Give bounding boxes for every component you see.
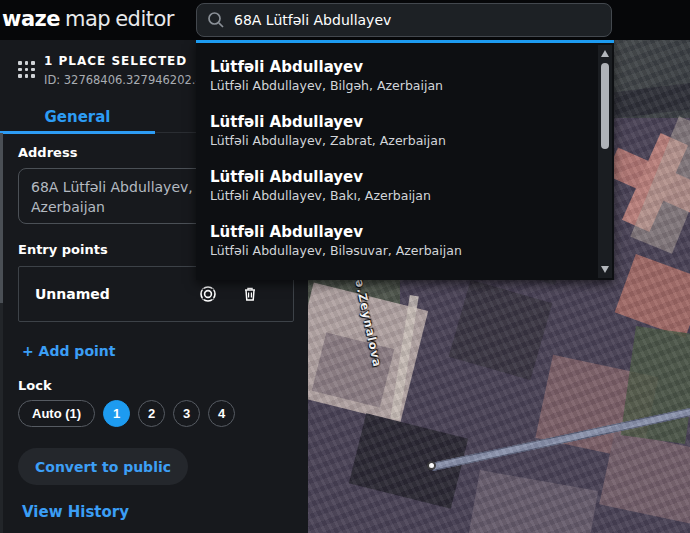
waze-map-editor-logo[interactable]: waze map editor <box>2 7 174 31</box>
lock-option-4[interactable]: 4 <box>208 400 235 427</box>
result-subtitle: Lütfəli Abdullayev, Zabrat, Azerbaijan <box>210 132 614 149</box>
search-result-item[interactable]: Lütfəli Abdullayev Lütfəli Abdullayev, Z… <box>210 113 614 168</box>
lock-option-3[interactable]: 3 <box>173 400 200 427</box>
entry-points-label: Entry points <box>18 242 108 257</box>
lock-label: Lock <box>18 378 52 393</box>
result-title: Lütfəli Abdullayev <box>210 168 614 187</box>
dropdown-scrollbar[interactable] <box>598 45 612 278</box>
sidebar-scrollbar-thumb[interactable] <box>0 133 3 303</box>
scroll-up-arrow-icon[interactable] <box>601 50 609 57</box>
locate-entry-point-icon[interactable] <box>199 285 217 303</box>
selection-id: ID: 32768406.327946202.41 <box>44 73 210 87</box>
result-subtitle: Lütfəli Abdullayev, Biləsuvar, Azerbaija… <box>210 242 614 259</box>
result-subtitle: Lütfəli Abdullayev, Bilgəh, Azerbaijan <box>210 77 614 94</box>
search-box[interactable] <box>196 3 612 37</box>
lock-option-1[interactable]: 1 <box>103 400 130 427</box>
search-result-item[interactable]: Lütfəli Abdullayev Lütfəli Abdullayev, B… <box>210 223 614 278</box>
logo-waze: waze <box>2 7 60 31</box>
waze-map-editor-window: ə.Zeynalova 1 PLACE SELECTED ID: 3276840… <box>0 0 690 533</box>
tab-general-label: General <box>45 108 111 126</box>
view-history-link[interactable]: View History <box>22 503 129 521</box>
result-title: Lütfəli Abdullayev <box>210 58 614 77</box>
search-icon <box>207 11 225 29</box>
tab-active-underline <box>0 131 155 134</box>
result-subtitle: Lütfəli Abdullayev, Bakı, Azerbaijan <box>210 187 614 204</box>
lock-option-auto[interactable]: Auto (1) <box>18 400 95 427</box>
lock-level-selector: Auto (1) 1 2 3 4 <box>18 400 235 427</box>
lock-option-2[interactable]: 2 <box>138 400 165 427</box>
logo-map: map <box>65 7 110 31</box>
search-result-item[interactable]: Lütfəli Abdullayev Lütfəli Abdullayev, B… <box>210 58 614 113</box>
scroll-down-arrow-icon[interactable] <box>601 266 609 273</box>
delete-entry-point-icon[interactable] <box>241 285 259 303</box>
dropdown-scrollbar-thumb[interactable] <box>601 63 609 149</box>
search-input[interactable] <box>234 12 601 28</box>
result-title: Lütfəli Abdullayev <box>210 223 614 242</box>
drag-handle-icon[interactable] <box>18 61 36 79</box>
search-results-list: Lütfəli Abdullayev Lütfəli Abdullayev, B… <box>196 43 614 278</box>
convert-to-public-button[interactable]: Convert to public <box>18 448 188 485</box>
sidebar-scrollbar[interactable] <box>0 133 3 533</box>
result-title: Lütfəli Abdullayev <box>210 113 614 132</box>
search-results-dropdown: Lütfəli Abdullayev Lütfəli Abdullayev, B… <box>196 40 614 280</box>
add-point-link[interactable]: + Add point <box>22 343 115 359</box>
address-label: Address <box>18 145 77 160</box>
tab-general[interactable]: General <box>0 100 155 133</box>
entry-point-name: Unnamed <box>35 286 199 302</box>
logo-editor: editor <box>115 7 174 31</box>
selection-title: 1 PLACE SELECTED <box>44 54 187 68</box>
top-bar: waze map editor <box>0 0 690 40</box>
search-result-item[interactable]: Lütfəli Abdullayev Lütfəli Abdullayev, B… <box>210 168 614 223</box>
